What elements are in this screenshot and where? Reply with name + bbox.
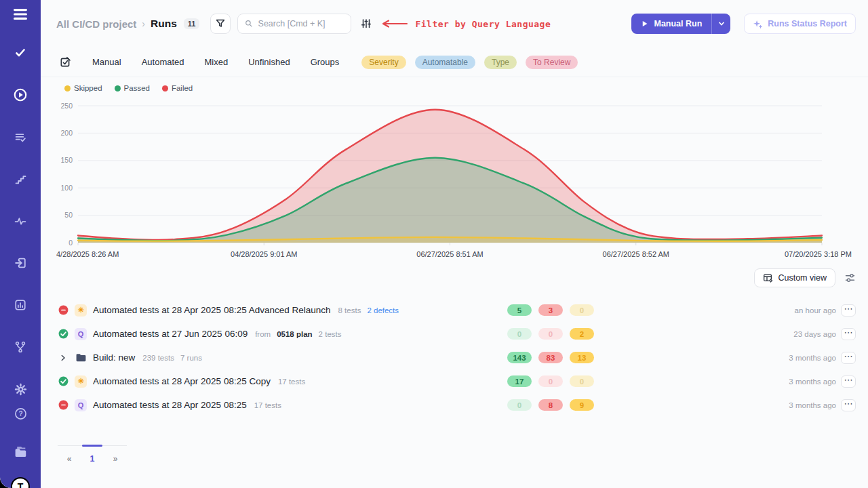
svg-text:?: ? (18, 410, 22, 418)
pagination-last-button[interactable]: » (104, 446, 127, 464)
more-button[interactable]: ⋯ (841, 352, 856, 364)
spark-icon: ✳ (75, 304, 87, 317)
run-title[interactable]: Automated tests at 28 Apr 2025 08:25 Cop… (93, 376, 271, 386)
result-badges: 002 (507, 328, 594, 340)
svg-text:100: 100 (60, 184, 73, 192)
expand-chevron[interactable] (58, 352, 68, 363)
result-badges: 530 (507, 304, 594, 316)
tab-unfinished[interactable]: Unfinished (238, 53, 300, 71)
legend-dot (115, 85, 121, 92)
sidebar-item-runs[interactable] (8, 83, 33, 107)
run-meta: 17 tests (254, 401, 281, 409)
filter-bar: ManualAutomatedMixedUnfinishedGroups Sev… (41, 47, 868, 77)
run-title[interactable]: Automated tests at 28 Apr 2025 08:25 (93, 400, 247, 410)
sidebar: ? T (0, 0, 41, 488)
sidebar-item-test-plans[interactable] (8, 125, 33, 149)
search-icon (245, 19, 253, 28)
tab-groups[interactable]: Groups (300, 53, 350, 71)
sidebar-item-milestones[interactable] (8, 167, 33, 191)
pagination-first-button[interactable]: « (58, 446, 81, 464)
badge-passed: 17 (507, 375, 532, 387)
runs-status-report-button[interactable]: Runs Status Report (744, 14, 856, 34)
pagination-page-1[interactable]: 1 (81, 446, 104, 464)
badge-skipped: 13 (570, 352, 594, 363)
result-badges: 1438313 (507, 352, 594, 363)
chip-to-review[interactable]: To Review (526, 56, 578, 69)
passed-status-icon (58, 376, 68, 386)
run-title[interactable]: Build: new (93, 352, 135, 363)
select-edit-icon (60, 56, 71, 68)
projects-button[interactable] (8, 439, 33, 464)
folder-icon (75, 352, 87, 364)
sidebar-item-activity[interactable] (8, 209, 33, 233)
meta-text: 0518 plan (277, 330, 312, 338)
app-window: ? T All CI/CD project › Runs 11 (0, 0, 868, 488)
breadcrumb-project[interactable]: All CI/CD project (56, 18, 136, 30)
tab-mixed[interactable]: Mixed (195, 53, 239, 71)
avatar[interactable]: T (11, 477, 30, 488)
table-row[interactable]: Q Automated tests at 27 Jun 2025 06:09 f… (41, 322, 868, 346)
sidebar-item-requirements[interactable] (8, 251, 33, 275)
query-language-filter-button[interactable] (361, 18, 372, 29)
manual-run-button[interactable]: Manual Run (631, 14, 711, 34)
legend-item-failed[interactable]: Failed (162, 84, 193, 92)
legend-label: Failed (172, 84, 193, 92)
status-icon-failed (58, 305, 68, 316)
table-row[interactable]: Q Automated tests at 28 Apr 2025 08:25 1… (41, 393, 868, 417)
breadcrumb-separator: › (142, 18, 145, 29)
custom-view-button[interactable]: Custom view (754, 268, 835, 287)
sidebar-item-settings[interactable] (8, 377, 33, 401)
table-row[interactable]: ✳ Automated tests at 28 Apr 2025 08:25 A… (41, 298, 868, 322)
chip-type[interactable]: Type (484, 56, 517, 69)
sidebar-item-traceability[interactable] (8, 335, 33, 359)
chip-label: To Review (533, 58, 570, 67)
legend-item-skipped[interactable]: Skipped (64, 84, 102, 92)
run-time: 3 months ago (789, 354, 836, 362)
tab-manual[interactable]: Manual (82, 53, 132, 71)
run-time: 3 months ago (789, 378, 836, 386)
help-button[interactable]: ? (8, 401, 33, 426)
legend-item-passed[interactable]: Passed (115, 84, 150, 92)
svg-text:250: 250 (60, 102, 73, 110)
passed-status-icon (58, 329, 68, 339)
tab-automated[interactable]: Automated (132, 53, 195, 71)
ellipsis-icon: ⋯ (844, 352, 853, 361)
batch-select-button[interactable] (56, 54, 74, 71)
table-row[interactable]: Build: new 239 tests7 runs 1438313 3 mon… (41, 346, 868, 369)
more-button[interactable]: ⋯ (841, 375, 856, 388)
more-button[interactable]: ⋯ (841, 304, 856, 317)
sidebar-item-analytics[interactable] (8, 293, 33, 317)
menu-button[interactable] (8, 8, 33, 20)
search-input[interactable] (258, 19, 344, 28)
chip-severity[interactable]: Severity (361, 56, 406, 69)
sidebar-item-test-cases[interactable] (8, 41, 33, 65)
sidebar-bottom: ? T (8, 401, 33, 488)
projects-icon (14, 445, 28, 458)
more-button[interactable]: ⋯ (841, 328, 856, 340)
run-title[interactable]: Automated tests at 28 Apr 2025 08:25 Adv… (93, 305, 331, 315)
manual-run-dropdown-button[interactable] (711, 14, 730, 34)
badge-failed: 3 (538, 304, 563, 316)
display-settings-button[interactable] (845, 272, 856, 283)
sliders-horizontal-icon (845, 272, 856, 283)
arrow-left-icon (380, 20, 408, 28)
run-title[interactable]: Automated tests at 27 Jun 2025 06:09 (93, 329, 248, 339)
chip-automatable[interactable]: Automatable (415, 56, 475, 69)
activity-icon (14, 216, 26, 227)
play-circle-icon (14, 88, 27, 102)
legend-dot (162, 85, 168, 92)
badge-passed: 143 (507, 352, 532, 363)
svg-text:0: 0 (68, 239, 73, 247)
more-button[interactable]: ⋯ (841, 399, 856, 411)
hamburger-icon (13, 8, 28, 20)
run-meta: 8 tests2 defects (338, 306, 399, 314)
main-content: All CI/CD project › Runs 11 Filter by Qu… (41, 0, 868, 488)
filter-button[interactable] (210, 14, 231, 34)
table-row[interactable]: ✳ Automated tests at 28 Apr 2025 08:25 C… (41, 369, 868, 393)
svg-text:200: 200 (60, 129, 73, 137)
defects-link[interactable]: 2 defects (367, 306, 399, 314)
badge-passed: 0 (507, 399, 532, 411)
chevron-right-icon[interactable] (59, 354, 67, 362)
annotation-filter-by-query-language: Filter by Query Language (380, 19, 551, 29)
manual-run-label: Manual Run (654, 19, 702, 28)
